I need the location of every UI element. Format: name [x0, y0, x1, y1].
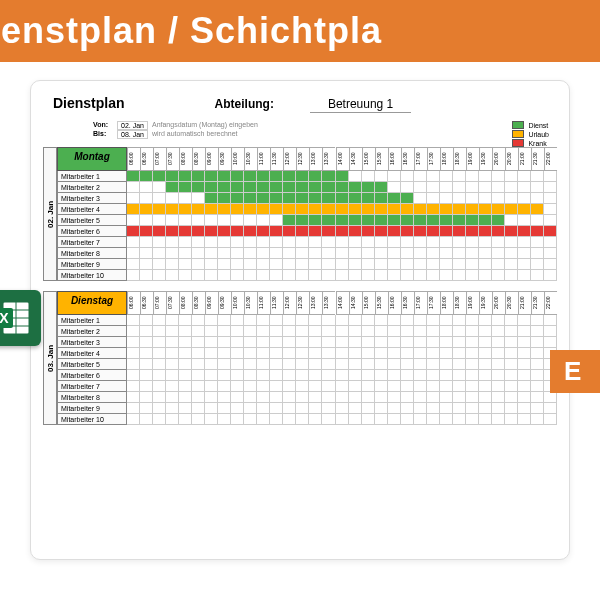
legend-krank: Krank — [512, 139, 549, 147]
excel-icon: X — [0, 290, 41, 346]
shift-slot — [531, 348, 544, 359]
shift-slot — [322, 337, 335, 348]
shift-slot — [127, 237, 140, 248]
shift-slot — [205, 204, 218, 215]
shift-slot — [479, 359, 492, 370]
shift-slot — [518, 237, 531, 248]
shift-slot — [349, 414, 362, 425]
shift-slot — [218, 204, 231, 215]
shift-slot — [544, 392, 557, 403]
shift-slot — [466, 370, 479, 381]
shift-slot — [440, 193, 453, 204]
shift-slot — [257, 403, 270, 414]
shift-slot — [205, 337, 218, 348]
shift-slot — [531, 193, 544, 204]
shift-slot — [205, 381, 218, 392]
shift-slot — [427, 171, 440, 182]
shift-slot — [153, 259, 166, 270]
shift-slot — [544, 171, 557, 182]
shift-slot — [166, 359, 179, 370]
shift-slot — [544, 403, 557, 414]
slot-cells — [127, 237, 557, 248]
shift-slot — [401, 337, 414, 348]
employee-name: Mitarbeiter 9 — [57, 403, 127, 414]
shift-slot — [531, 392, 544, 403]
shift-slot — [544, 259, 557, 270]
shift-slot — [466, 326, 479, 337]
shift-slot — [388, 414, 401, 425]
shift-slot — [205, 370, 218, 381]
shift-slot — [140, 259, 153, 270]
shift-slot — [401, 237, 414, 248]
shift-slot — [296, 370, 309, 381]
shift-slot — [283, 248, 296, 259]
bis-note: wird automatisch berechnet — [152, 130, 238, 139]
shift-slot — [531, 204, 544, 215]
sheet-title: Dienstplan — [53, 95, 125, 111]
employee-name: Mitarbeiter 10 — [57, 270, 127, 281]
employee-name: Mitarbeiter 5 — [57, 215, 127, 226]
shift-slot — [479, 337, 492, 348]
shift-slot — [505, 259, 518, 270]
time-header-cell: 16:30 — [401, 147, 414, 171]
shift-slot — [401, 359, 414, 370]
shift-slot — [270, 182, 283, 193]
shift-slot — [479, 259, 492, 270]
time-header-cell: 13:30 — [322, 291, 335, 315]
banner-text: ienstplan / Schichtpla — [0, 10, 382, 51]
shift-slot — [257, 204, 270, 215]
shift-slot — [127, 403, 140, 414]
shift-slot — [179, 337, 192, 348]
shift-slot — [231, 270, 244, 281]
time-header-cell: 19:30 — [479, 291, 492, 315]
shift-slot — [309, 204, 322, 215]
shift-slot — [492, 193, 505, 204]
shift-slot — [296, 204, 309, 215]
shift-slot — [283, 270, 296, 281]
shift-slot — [205, 348, 218, 359]
shift-slot — [166, 392, 179, 403]
shift-slot — [140, 270, 153, 281]
shift-slot — [362, 315, 375, 326]
shift-slot — [466, 215, 479, 226]
shift-slot — [166, 403, 179, 414]
time-header-cell: 18:00 — [440, 147, 453, 171]
slot-cells — [127, 326, 557, 337]
shift-slot — [127, 204, 140, 215]
shift-slot — [414, 359, 427, 370]
slot-cells — [127, 392, 557, 403]
shift-slot — [192, 392, 205, 403]
shift-slot — [453, 226, 466, 237]
shift-slot — [401, 326, 414, 337]
shift-slot — [205, 171, 218, 182]
shift-slot — [322, 270, 335, 281]
shift-slot — [440, 348, 453, 359]
shift-slot — [414, 259, 427, 270]
shift-slot — [349, 348, 362, 359]
shift-slot — [401, 171, 414, 182]
shift-slot — [309, 270, 322, 281]
shift-slot — [440, 337, 453, 348]
shift-slot — [127, 370, 140, 381]
shift-slot — [466, 270, 479, 281]
shift-slot — [283, 315, 296, 326]
date-range: Von:02. JanAnfangsdatum (Montag) eingebe… — [93, 121, 557, 139]
shift-slot — [296, 248, 309, 259]
time-header-cell: 13:00 — [309, 291, 322, 315]
shift-slot — [296, 348, 309, 359]
slot-cells — [127, 248, 557, 259]
shift-slot — [192, 414, 205, 425]
shift-slot — [218, 215, 231, 226]
shift-slot — [309, 237, 322, 248]
shift-slot — [192, 326, 205, 337]
shift-slot — [179, 392, 192, 403]
shift-slot — [544, 215, 557, 226]
slot-cells — [127, 359, 557, 370]
shift-slot — [466, 359, 479, 370]
shift-slot — [166, 215, 179, 226]
shift-slot — [257, 392, 270, 403]
shift-slot — [205, 315, 218, 326]
shift-slot — [179, 403, 192, 414]
shift-slot — [179, 226, 192, 237]
shift-slot — [492, 414, 505, 425]
